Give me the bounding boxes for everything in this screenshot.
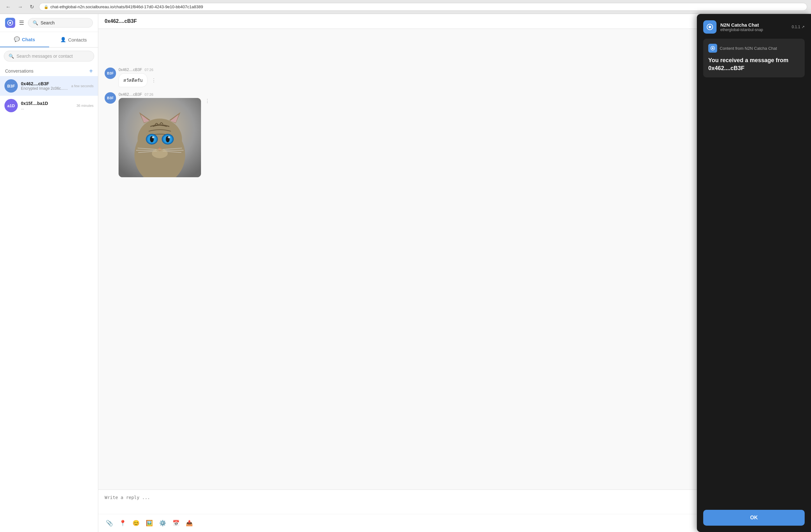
conv-preview-1: Encrypted Image 2c06c....7...	[21, 86, 68, 91]
msg-menu-btn-2[interactable]: ⋮	[150, 77, 157, 83]
notif-app-name: N2N Catcha Chat	[720, 22, 788, 28]
search-contacts-icon: 🔍	[9, 54, 14, 59]
conversation-item-1[interactable]: B3F 0x462....cB3F Encrypted Image 2c06c.…	[0, 76, 98, 96]
conv-name-1: 0x462....cB3F	[21, 81, 68, 86]
conversation-item-2[interactable]: a1D 0x15f....ba1D ... 36 minutes	[0, 96, 98, 116]
search-contacts-input[interactable]: 🔍 Search messages or contact	[4, 51, 94, 61]
notif-version: 0.1.1 ↗	[792, 25, 805, 29]
app-logo	[5, 18, 15, 28]
location-btn[interactable]: 📍	[118, 518, 127, 528]
msg-wrapper-2: 0x462....cB3F 07:26 สวัสดีครับ ⋮	[119, 67, 609, 87]
forward-btn[interactable]: →	[16, 3, 25, 11]
notification-overlay: N2N Catcha Chat etherglobal-istanbul-sna…	[697, 14, 811, 532]
app-container: ☰ 🔍 Search 💬 Chats 👤 Contacts 🔍 Search m…	[0, 14, 811, 532]
svg-point-16	[168, 136, 170, 138]
conversations-header: Conversations +	[0, 65, 98, 76]
msg-time-2: 07:26	[144, 68, 153, 72]
svg-point-15	[152, 136, 154, 138]
notif-header: N2N Catcha Chat etherglobal-istanbul-sna…	[703, 20, 805, 34]
attachment-btn[interactable]: 📎	[105, 518, 114, 528]
tabs-row: 💬 Chats 👤 Contacts	[0, 32, 98, 48]
browser-chrome: ← → ↻ 🔒 chat-ethglobal-n2n.socialbureau.…	[0, 0, 811, 14]
back-btn[interactable]: ←	[4, 3, 13, 11]
search-icon: 🔍	[33, 20, 38, 25]
cat-image[interactable]	[119, 98, 201, 177]
conv-time-2: 36 minutes	[76, 104, 93, 107]
notif-message: You received a message from 0x462....cB3…	[708, 57, 800, 72]
conversations-label: Conversations	[5, 69, 34, 74]
notif-app-icon	[703, 20, 717, 34]
calendar-btn[interactable]: 📅	[171, 518, 181, 528]
share-btn[interactable]: 📤	[185, 518, 194, 528]
conv-time-1: a few seconds	[71, 84, 93, 88]
msg-sender-left-3: 0x462....cB3F 07:26	[119, 92, 609, 97]
conv-name-2: 0x15f....ba1D	[21, 101, 73, 106]
svg-point-26	[152, 149, 168, 158]
msg-avatar-3: B3F	[105, 92, 116, 104]
chat-icon: 💬	[14, 36, 20, 42]
tab-contacts[interactable]: 👤 Contacts	[49, 32, 98, 47]
sidebar: ☰ 🔍 Search 💬 Chats 👤 Contacts 🔍 Search m…	[0, 14, 98, 532]
notif-app-info: N2N Catcha Chat etherglobal-istanbul-sna…	[720, 22, 788, 32]
notif-content-label: Content from N2N Catcha Chat	[720, 46, 777, 51]
notif-app-sub: etherglobal-istanbul-snap	[720, 28, 788, 32]
contacts-icon: 👤	[60, 37, 66, 43]
msg-bubble-row-2: สวัสดีครับ ⋮	[119, 73, 609, 87]
svg-point-1	[9, 22, 11, 24]
msg-sender-left-2: 0x462....cB3F 07:26	[119, 67, 609, 72]
add-conversation-btn[interactable]: +	[89, 68, 93, 74]
conv-info-2: 0x15f....ba1D ...	[21, 101, 73, 110]
avatar-2: a1D	[4, 99, 18, 112]
msg-sender-name-2: 0x462....cB3F	[119, 67, 142, 72]
hamburger-menu-btn[interactable]: ☰	[19, 19, 24, 26]
conversation-list: B3F 0x462....cB3F Encrypted Image 2c06c.…	[0, 76, 98, 532]
msg-time-3: 07:26	[144, 93, 153, 96]
msg-sender-name-3: 0x462....cB3F	[119, 92, 142, 97]
ok-btn[interactable]: OK	[703, 510, 805, 526]
svg-point-30	[712, 48, 714, 49]
msg-bubble-row-3: ⋮	[119, 98, 609, 177]
notif-content-header: Content from N2N Catcha Chat	[708, 44, 800, 52]
notif-content-box: Content from N2N Catcha Chat You receive…	[703, 39, 805, 77]
conv-info-1: 0x462....cB3F Encrypted Image 2c06c....7…	[21, 81, 68, 91]
top-search-bar[interactable]: 🔍 Search	[28, 18, 93, 28]
svg-point-28	[708, 26, 711, 28]
reload-btn[interactable]: ↻	[28, 3, 36, 11]
emoji-btn[interactable]: 😊	[131, 518, 141, 528]
lock-icon: 🔒	[44, 5, 48, 9]
notif-spacer	[703, 82, 805, 505]
external-link-icon: ↗	[801, 25, 805, 29]
conv-preview-2: ...	[21, 106, 73, 110]
settings-btn[interactable]: ⚙️	[158, 518, 167, 528]
search-contacts-placeholder: Search messages or contact	[16, 54, 73, 59]
tab-chats[interactable]: 💬 Chats	[0, 32, 49, 47]
address-bar[interactable]: 🔒 chat-ethglobal-n2n.socialbureau.io/cha…	[39, 3, 807, 11]
notif-content-icon	[708, 44, 717, 52]
msg-avatar-2: B3F	[105, 67, 116, 79]
chat-title: 0x462....cB3F	[105, 18, 137, 24]
msg-menu-btn-3[interactable]: ⋮	[203, 98, 211, 104]
url-text: chat-ethglobal-n2n.socialbureau.io/chats…	[50, 4, 203, 9]
image-btn[interactable]: 🖼️	[144, 518, 154, 528]
search-placeholder: Search	[41, 20, 55, 25]
msg-wrapper-3: 0x462....cB3F 07:26	[119, 92, 609, 177]
sidebar-header: ☰ 🔍 Search	[0, 14, 98, 32]
avatar-1: B3F	[4, 79, 18, 93]
msg-text-2: สวัสดีครับ	[119, 73, 148, 87]
